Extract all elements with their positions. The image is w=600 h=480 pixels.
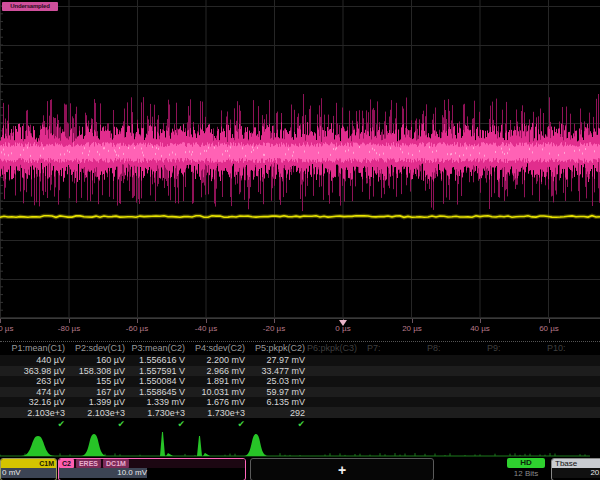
plus-crosshair-icon: + [338,463,346,477]
param-header[interactable]: P9: [485,342,545,355]
param-value: 1.556616 V [125,355,185,366]
param-value: 155 µV [65,376,125,387]
param-header[interactable]: P8: [425,342,485,355]
param-value: 27.97 mV [245,355,305,366]
time-axis-label: -80 µs [58,324,80,333]
param-header[interactable]: P6:pkpk(C3) [305,342,365,355]
param-value: 474 µV [5,387,65,398]
axis-tick [137,319,138,323]
param-column-p4[interactable]: P4:sdev(C2)2.200 mV2.966 mV1.891 mV10.03… [185,342,245,430]
param-value: 263 µV [5,376,65,387]
axis-tick [274,319,275,323]
param-value: 2.966 mV [185,366,245,377]
waveform-display [0,0,600,318]
param-header[interactable]: P7: [365,342,425,355]
axis-tick [0,319,1,323]
param-value: 440 µV [5,355,65,366]
param-header[interactable]: P1:mean(C1) [5,342,65,355]
param-column-p9[interactable]: P9: [485,342,545,355]
param-value: 6.135 mV [245,397,305,408]
param-value: 158.308 µV [65,366,125,377]
param-status-check-icon: ✔ [185,418,245,430]
param-value: 1.550084 V [125,376,185,387]
c2-coupling-tag: DC1M [103,459,129,468]
time-axis-label: 20 µs [402,324,422,333]
param-status-check-icon: ✔ [5,418,65,430]
time-axis-label: -100 µs [0,324,13,333]
param-header[interactable]: P3:mean(C2) [125,342,185,355]
histicon-shapes [21,432,268,456]
hd-bits-label: 12 Bits [503,468,549,479]
param-value: 1.557591 V [125,366,185,377]
hd-mode-indicator[interactable]: HD 12 Bits [503,458,549,480]
param-value: 1.730e+3 [185,408,245,419]
param-value: 59.97 mV [245,387,305,398]
param-value: 2.103e+3 [5,408,65,419]
axis-tick [69,319,70,323]
descriptor-bar: C1M 0 mV C2 ERES DC1M 10.0 mV + HD 12 Bi… [0,458,600,480]
param-value: 33.477 mV [245,366,305,377]
param-value: 32.16 µV [5,397,65,408]
param-value: 1.558645 V [125,387,185,398]
channel-descriptor-c2[interactable]: C2 ERES DC1M 10.0 mV [58,458,246,480]
time-axis-label: -60 µs [126,324,148,333]
oscilloscope-screen: Undersampled -100 µs-80 µs-60 µs-40 µs-2… [0,0,600,480]
param-value: 2.103e+3 [65,408,125,419]
param-status-check-icon: ✔ [65,418,125,430]
timebase-title: Tbase [552,459,600,468]
param-value: 1.730e+3 [125,408,185,419]
time-axis-label: -20 µs [263,324,285,333]
measure-table: P1:mean(C1)440 µV363.98 µV263 µV474 µV32… [0,341,600,431]
param-column-p2[interactable]: P2:sdev(C1)160 µV158.308 µV155 µV167 µV1… [65,342,125,430]
param-value: 2.200 mV [185,355,245,366]
c1-scale-value: 0 mV [1,468,56,478]
graticule-area: Undersampled [0,0,600,318]
hd-badge: HD [507,458,545,468]
param-status-check-icon: ✔ [245,418,305,430]
axis-tick [549,319,550,323]
timebase-descriptor[interactable]: Tbase 20.0 [551,458,600,480]
c1-coupling-label: C1M [1,459,56,468]
param-value: 1.676 mV [185,397,245,408]
param-column-p7[interactable]: P7: [365,342,425,355]
c2-scale-value: 10.0 mV [59,468,147,478]
param-header[interactable]: P2:sdev(C1) [65,342,125,355]
time-axis: -100 µs-80 µs-60 µs-40 µs-20 µs0 µs20 µs… [0,318,600,342]
time-axis-label: -40 µs [195,324,217,333]
axis-tick [206,319,207,323]
channel-descriptor-c1[interactable]: C1M 0 mV [0,458,57,480]
param-header[interactable]: P4:sdev(C2) [185,342,245,355]
param-value: 1.891 mV [185,376,245,387]
param-value: 160 µV [65,355,125,366]
param-value: 167 µV [65,387,125,398]
param-value: 25.03 mV [245,376,305,387]
trigger-position-icon[interactable] [339,320,347,330]
param-value: 363.98 µV [5,366,65,377]
parameter-histicons[interactable] [0,430,600,458]
c2-channel-chip: C2 [59,459,74,468]
param-column-p6[interactable]: P6:pkpk(C3) [305,342,365,355]
param-value: 1.399 µV [65,397,125,408]
param-value: 1.339 mV [125,397,185,408]
crosshair-box[interactable]: + [250,458,434,480]
param-header[interactable]: P10: [545,342,600,355]
param-header[interactable]: P5:pkpk(C2) [245,342,305,355]
param-value: 10.031 mV [185,387,245,398]
axis-tick [412,319,413,323]
param-column-p1[interactable]: P1:mean(C1)440 µV363.98 µV263 µV474 µV32… [5,342,65,430]
axis-tick [480,319,481,323]
c2-eres-tag: ERES [76,459,101,468]
time-axis-label: 40 µs [470,324,490,333]
time-axis-label: 60 µs [539,324,559,333]
param-value: 292 [245,408,305,419]
param-column-p8[interactable]: P8: [425,342,485,355]
param-status-check-icon: ✔ [125,418,185,430]
param-column-p10[interactable]: P10: [545,342,600,355]
c2-header-row: C2 ERES DC1M [59,459,245,468]
trace-warning-badge: Undersampled [2,2,58,11]
param-column-p5[interactable]: P5:pkpk(C2)27.97 mV33.477 mV25.03 mV59.9… [245,342,305,430]
param-column-p3[interactable]: P3:mean(C2)1.556616 V1.557591 V1.550084 … [125,342,185,430]
timebase-value: 20.0 [552,468,600,478]
